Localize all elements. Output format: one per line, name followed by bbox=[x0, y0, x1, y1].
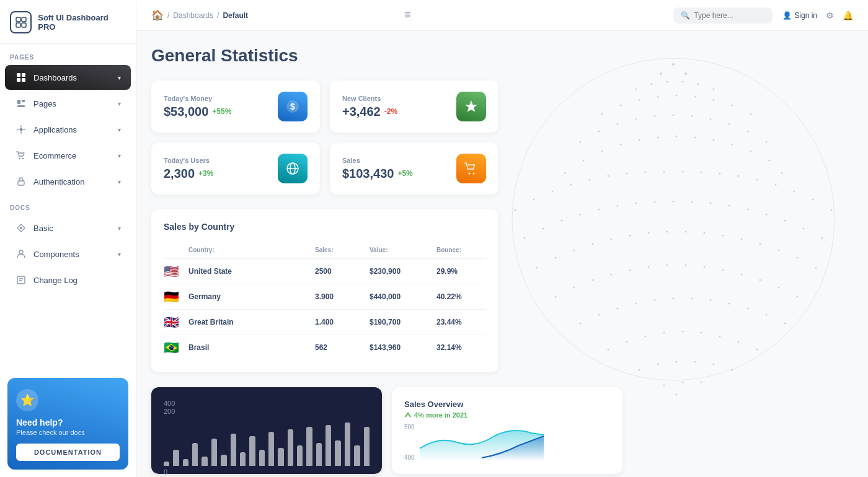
svg-point-33 bbox=[694, 96, 696, 98]
svg-point-80 bbox=[542, 228, 544, 230]
svg-point-94 bbox=[803, 228, 805, 230]
components-arrow: ▾ bbox=[118, 251, 121, 258]
sidebar-item-changelog[interactable]: Change Log bbox=[5, 268, 131, 292]
sidebar-item-ecommerce[interactable]: Ecommerce ▾ bbox=[5, 143, 131, 168]
sidebar-item-authentication[interactable]: Authentication ▾ bbox=[5, 169, 131, 194]
bar bbox=[364, 427, 370, 466]
bar bbox=[231, 434, 236, 466]
sidebar-item-components-label: Components bbox=[33, 250, 112, 259]
svg-point-103 bbox=[666, 231, 668, 233]
col-header-sales: Sales: bbox=[315, 247, 365, 253]
logo-icon bbox=[10, 11, 32, 33]
bar bbox=[278, 448, 283, 466]
sidebar-item-basic[interactable]: Basic ▾ bbox=[5, 216, 131, 240]
svg-point-154 bbox=[682, 382, 684, 383]
svg-point-74 bbox=[756, 179, 758, 181]
svg-point-46 bbox=[747, 131, 749, 133]
sales-country-title: Sales by Country bbox=[164, 222, 486, 232]
bounce-br: 32.14% bbox=[436, 343, 486, 352]
svg-point-26 bbox=[698, 84, 699, 85]
svg-point-28 bbox=[601, 113, 603, 115]
svg-rect-14 bbox=[18, 181, 24, 185]
sidebar-item-components[interactable]: Components ▾ bbox=[5, 242, 131, 266]
breadcrumb-home-icon[interactable]: 🏠 bbox=[151, 9, 164, 21]
stat-users-icon bbox=[278, 154, 308, 183]
svg-point-77 bbox=[812, 199, 814, 201]
country-br: Brasil bbox=[188, 343, 310, 352]
svg-point-137 bbox=[784, 323, 786, 325]
svg-point-93 bbox=[784, 220, 786, 222]
svg-point-120 bbox=[704, 266, 706, 268]
svg-point-147 bbox=[639, 369, 640, 371]
sidebar-item-dashboards[interactable]: Dashboards ▾ bbox=[5, 65, 131, 90]
svg-point-101 bbox=[629, 235, 631, 237]
svg-point-91 bbox=[747, 209, 749, 211]
sidebar-item-applications-label: Applications bbox=[33, 125, 112, 134]
svg-rect-0 bbox=[16, 17, 20, 22]
sidebar-item-pages[interactable]: Pages ▾ bbox=[5, 91, 131, 116]
svg-point-57 bbox=[732, 144, 733, 146]
svg-point-92 bbox=[766, 214, 768, 216]
sidebar-item-pages-label: Pages bbox=[33, 99, 112, 108]
sidebar-help-card: ⭐ Need help? Please check our docs DOCUM… bbox=[7, 378, 128, 470]
hamburger-icon[interactable]: ≡ bbox=[399, 6, 416, 24]
svg-point-162 bbox=[469, 173, 471, 175]
stat-clients-icon bbox=[456, 92, 486, 121]
sidebar-item-dashboards-label: Dashboards bbox=[33, 73, 112, 82]
bar bbox=[306, 427, 312, 466]
svg-point-126 bbox=[580, 323, 582, 325]
bar bbox=[211, 439, 217, 466]
svg-point-124 bbox=[778, 287, 780, 289]
flag-br: 🇧🇷 bbox=[164, 340, 184, 355]
sidebar-item-authentication-label: Authentication bbox=[33, 177, 112, 186]
svg-point-45 bbox=[728, 123, 730, 125]
signin-button[interactable]: 👤 Sign in bbox=[782, 11, 817, 20]
svg-point-116 bbox=[629, 269, 631, 271]
svg-point-150 bbox=[694, 361, 696, 363]
svg-point-107 bbox=[741, 239, 743, 240]
sidebar: Soft UI Dashboard PRO PAGES Dashboards ▾… bbox=[0, 0, 136, 477]
sidebar-item-applications[interactable]: Applications ▾ bbox=[5, 117, 131, 142]
documentation-button[interactable]: DOCUMENTATION bbox=[16, 444, 120, 461]
svg-point-58 bbox=[750, 151, 752, 152]
basic-icon bbox=[15, 222, 27, 234]
svg-rect-1 bbox=[22, 17, 26, 22]
components-icon bbox=[15, 248, 27, 260]
svg-point-78 bbox=[831, 209, 833, 211]
svg-point-71 bbox=[701, 172, 702, 173]
bar-chart-y-label-400: 400 bbox=[164, 400, 175, 407]
signin-label: Sign in bbox=[794, 11, 817, 20]
svg-point-55 bbox=[694, 137, 696, 139]
search-input[interactable] bbox=[694, 11, 765, 20]
svg-point-24 bbox=[666, 81, 668, 83]
svg-point-48 bbox=[564, 172, 566, 174]
changelog-icon bbox=[15, 274, 27, 286]
stat-money-label: Today's Money bbox=[164, 95, 231, 102]
svg-point-125 bbox=[797, 296, 799, 298]
svg-point-122 bbox=[741, 274, 743, 276]
notifications-icon[interactable]: 🔔 bbox=[843, 11, 853, 20]
bounce-us: 29.9% bbox=[436, 267, 486, 276]
svg-point-149 bbox=[676, 361, 678, 363]
breadcrumb-dashboards[interactable]: Dashboards bbox=[173, 11, 213, 20]
y-label-500: 500 bbox=[404, 424, 415, 431]
svg-point-65 bbox=[589, 179, 591, 181]
svg-point-35 bbox=[732, 105, 733, 107]
value-br: $143,960 bbox=[370, 343, 432, 352]
svg-point-128 bbox=[617, 308, 619, 310]
sidebar-logo: Soft UI Dashboard PRO bbox=[0, 0, 136, 44]
bar bbox=[192, 443, 198, 466]
svg-rect-17 bbox=[17, 276, 25, 284]
stat-users-label: Today's Users bbox=[164, 157, 213, 164]
svg-point-27 bbox=[713, 89, 715, 90]
svg-point-140 bbox=[645, 336, 647, 338]
svg-point-123 bbox=[760, 279, 761, 281]
settings-icon[interactable]: ⚙ bbox=[826, 11, 834, 20]
svg-point-70 bbox=[682, 171, 684, 173]
svg-point-63 bbox=[552, 191, 554, 193]
svg-point-109 bbox=[778, 250, 780, 252]
authentication-icon bbox=[15, 175, 27, 188]
svg-rect-3 bbox=[22, 23, 26, 27]
svg-point-148 bbox=[657, 364, 659, 365]
svg-point-72 bbox=[719, 173, 721, 175]
